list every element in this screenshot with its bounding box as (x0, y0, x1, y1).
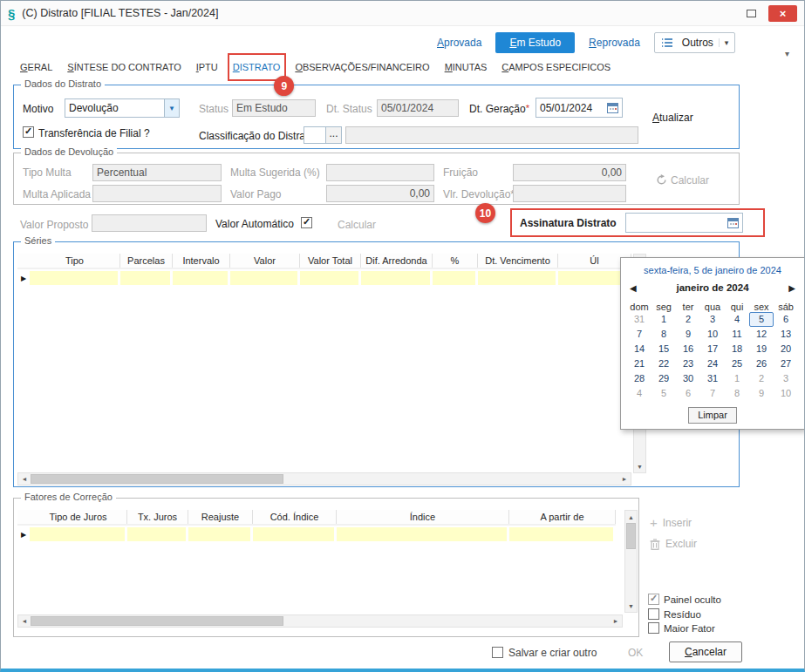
calendar-day[interactable]: 9 (749, 386, 774, 401)
residuo-checkbox[interactable] (648, 608, 659, 620)
empty-grid-cell[interactable] (478, 271, 558, 285)
empty-grid-cell[interactable] (120, 271, 173, 285)
empty-grid-cell[interactable] (300, 271, 361, 285)
column-header[interactable]: Valor Total (300, 254, 361, 268)
tab-geral[interactable]: GERAL (20, 62, 52, 72)
inserir-button[interactable]: + Inserir (650, 515, 692, 530)
calendar-day[interactable]: 3 (700, 312, 725, 327)
calendar-day-selected[interactable]: 5 (749, 312, 774, 327)
calendar-icon[interactable] (727, 217, 739, 228)
empty-grid-cell[interactable] (127, 527, 188, 541)
calendar-day[interactable]: 2 (676, 312, 700, 327)
calendar-day[interactable]: 10 (774, 386, 798, 401)
calendar-day[interactable]: 7 (627, 327, 652, 342)
calendar-day[interactable]: 24 (700, 356, 725, 371)
salvar-e-criar-outro-checkbox[interactable] (492, 647, 503, 658)
calendar-day[interactable]: 14 (627, 342, 652, 356)
calendar-day[interactable]: 22 (652, 356, 676, 371)
calendar-day[interactable]: 26 (749, 356, 774, 371)
tab-overflow-chevron-down-icon[interactable]: ▾ (785, 49, 789, 58)
scroll-left-icon[interactable]: ◄ (18, 615, 31, 627)
empty-grid-cell[interactable] (253, 527, 337, 541)
empty-grid-cell[interactable] (361, 271, 433, 285)
calendar-day[interactable]: 10 (700, 327, 725, 342)
calendar-day[interactable]: 20 (774, 342, 798, 356)
maior-fator-checkbox[interactable] (648, 622, 659, 634)
tab-sintese-do-contrato[interactable]: SÍNTESE DO CONTRATO (67, 62, 181, 72)
column-header[interactable]: Reajuste (188, 510, 253, 524)
cancelar-button[interactable]: Cancelar (669, 641, 742, 662)
calendar-day[interactable]: 31 (627, 312, 652, 327)
calendar-day[interactable]: 4 (627, 386, 652, 401)
em-estudo-button[interactable]: Em Estudo (495, 32, 575, 53)
calendar-day[interactable]: 1 (652, 312, 676, 327)
scroll-right-icon[interactable]: ► (618, 473, 631, 485)
empty-grid-cell[interactable] (30, 271, 120, 285)
valor-automatico-checkbox[interactable] (301, 217, 312, 228)
painel-oculto-checkbox[interactable] (648, 594, 659, 605)
empty-grid-cell[interactable] (173, 271, 230, 285)
column-header[interactable]: Parcelas (120, 254, 173, 268)
column-header[interactable]: Índice (337, 510, 509, 524)
scroll-left-icon[interactable]: ◄ (18, 473, 31, 485)
calendar-day[interactable]: 12 (749, 327, 774, 342)
tab-observacoes-financeiro[interactable]: OBSERVAÇÕES/FINANCEIRO (295, 62, 429, 72)
motivo-select[interactable]: Devolução ▼ (65, 98, 180, 118)
calendar-day[interactable]: 6 (774, 312, 798, 327)
chevron-right-icon[interactable]: ▶ (788, 283, 795, 293)
column-header[interactable]: Intervalo (173, 254, 230, 268)
calendar-day[interactable]: 23 (676, 356, 700, 371)
column-header[interactable]: A partir de (509, 510, 616, 524)
column-header[interactable]: Dif. Arredonda (361, 254, 433, 268)
calendar-day[interactable]: 21 (627, 356, 652, 371)
aprovada-link[interactable]: Aprovada (437, 37, 481, 49)
column-header[interactable]: Tipo (30, 254, 120, 268)
calendar-day[interactable]: 16 (676, 342, 700, 356)
column-header[interactable]: Dt. Vencimento (478, 254, 558, 268)
tab-iptu[interactable]: IPTU (196, 62, 218, 72)
column-header[interactable]: Tipo de Juros (30, 510, 127, 524)
assinatura-distrato-field[interactable] (625, 213, 743, 233)
transferencia-de-filial-checkbox[interactable] (23, 126, 34, 138)
scroll-right-icon[interactable]: ► (610, 615, 622, 627)
tab-campos-especificos[interactable]: CAMPOS ESPECIFICOS (501, 62, 611, 72)
fatores-horizontal-scrollbar[interactable]: ◄ ► (17, 614, 623, 628)
scroll-down-icon[interactable]: ▼ (625, 600, 637, 612)
calendar-icon[interactable] (607, 102, 618, 113)
scroll-up-icon[interactable]: ▲ (625, 511, 637, 523)
calendar-day[interactable]: 31 (700, 371, 725, 386)
empty-grid-cell[interactable] (230, 271, 300, 285)
empty-grid-cell[interactable] (509, 527, 616, 541)
tab-minutas[interactable]: MINUTAS (445, 62, 488, 72)
reprovada-link[interactable]: Reprovada (589, 37, 640, 49)
calendar-day[interactable]: 27 (774, 356, 798, 371)
calendar-day[interactable]: 4 (725, 312, 749, 327)
calendar-day[interactable]: 2 (749, 371, 774, 386)
atualizar-button[interactable]: Atualizar (652, 112, 693, 124)
ok-button[interactable]: OK (628, 647, 643, 659)
empty-grid-cell[interactable] (30, 527, 127, 541)
calendar-day[interactable]: 8 (652, 327, 676, 342)
calendar-day[interactable]: 18 (725, 342, 749, 356)
scrollbar-thumb[interactable] (31, 616, 283, 626)
fatores-vertical-scrollbar[interactable]: ▲ ▼ (624, 510, 638, 613)
close-button[interactable]: × (768, 5, 797, 22)
calendar-day[interactable]: 13 (774, 327, 798, 342)
calendar-day[interactable]: 19 (749, 342, 774, 356)
calendar-day[interactable]: 7 (700, 386, 725, 401)
calendar-day[interactable]: 17 (700, 342, 725, 356)
calcular-devolucao-button[interactable]: Calcular (656, 174, 709, 187)
outros-button[interactable]: Outros ▾ (654, 32, 736, 53)
column-header[interactable]: Tx. Juros (127, 510, 188, 524)
excluir-button[interactable]: Excluir (650, 538, 697, 550)
chevron-left-icon[interactable]: ◀ (630, 283, 637, 293)
calendar-day[interactable]: 29 (652, 371, 676, 386)
series-empty-row[interactable]: ▶ (17, 271, 631, 286)
calendar-day[interactable]: 25 (725, 356, 749, 371)
calcular-valor-button[interactable]: Calcular (338, 219, 376, 231)
limpar-button[interactable]: Limpar (688, 407, 737, 424)
fatores-empty-row[interactable]: ▶ (17, 527, 616, 542)
calendar-day[interactable]: 8 (725, 386, 749, 401)
calendar-day[interactable]: 3 (774, 371, 798, 386)
empty-grid-cell[interactable] (337, 527, 509, 541)
